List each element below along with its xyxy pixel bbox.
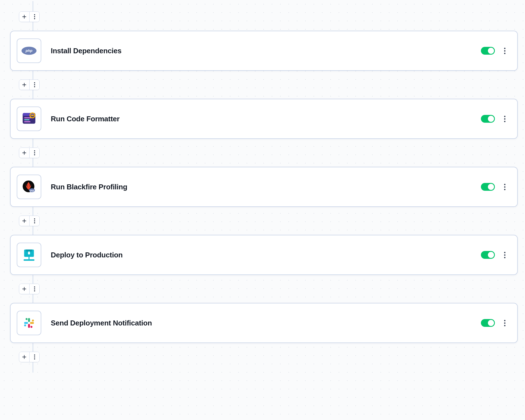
connector-menu-button[interactable] (29, 148, 39, 158)
toggle-knob (488, 252, 494, 258)
deploy-icon (21, 247, 37, 263)
step-menu-button[interactable] (502, 115, 508, 123)
svg-point-23 (34, 154, 35, 155)
step-card[interactable]: php Run Blackfire Profiling (10, 167, 518, 207)
step-card[interactable]: php Install Dependencies (10, 31, 518, 71)
svg-text:php: php (25, 49, 33, 53)
connector-menu-button[interactable] (29, 352, 39, 362)
connector (10, 3, 525, 31)
connector-controls (19, 284, 40, 294)
connector-controls (19, 11, 40, 22)
connector-menu-button[interactable] (29, 216, 39, 226)
step-actions (481, 251, 508, 259)
svg-point-54 (34, 358, 35, 359)
svg-point-40 (34, 288, 35, 289)
connector-menu-button[interactable] (29, 12, 39, 22)
step-menu-button[interactable] (502, 183, 508, 191)
add-step-button[interactable] (19, 80, 29, 90)
add-step-button[interactable] (19, 284, 29, 294)
more-vertical-icon (34, 218, 35, 223)
pipeline-canvas: php Install Dependencies (0, 3, 525, 371)
connector (10, 71, 525, 99)
plus-icon (22, 354, 27, 359)
step-actions (481, 319, 508, 327)
step-title: Send Deployment Notification (51, 319, 481, 327)
svg-point-4 (34, 18, 35, 19)
plus-icon (22, 150, 27, 155)
svg-point-31 (34, 222, 35, 223)
svg-point-2 (34, 14, 35, 15)
svg-point-10 (34, 84, 35, 85)
step-title: Install Dependencies (51, 47, 481, 55)
step-menu-button[interactable] (502, 319, 508, 327)
svg-rect-16 (24, 121, 31, 122)
step-menu-button[interactable] (502, 47, 508, 55)
step-card[interactable]: Deploy to Production (10, 235, 518, 275)
svg-rect-14 (24, 117, 32, 119)
enable-toggle[interactable] (481, 115, 495, 123)
connector-controls (19, 148, 40, 158)
svg-point-43 (26, 318, 28, 320)
plus-icon (22, 14, 27, 19)
connector (10, 207, 525, 235)
step-icon (17, 243, 41, 267)
add-step-button[interactable] (19, 352, 29, 362)
code-review-icon (21, 111, 37, 127)
step-title: Run Blackfire Profiling (51, 183, 481, 191)
plus-icon (22, 286, 27, 291)
add-step-button[interactable] (19, 12, 29, 22)
step-icon: php (17, 38, 41, 63)
toggle-knob (488, 48, 494, 54)
svg-point-11 (34, 86, 35, 87)
step-actions (481, 47, 508, 55)
step-menu-button[interactable] (502, 251, 508, 259)
step-icon (17, 107, 41, 131)
svg-point-49 (24, 324, 26, 326)
blackfire-icon: php (21, 179, 37, 195)
toggle-knob (488, 116, 494, 122)
svg-rect-15 (24, 119, 30, 120)
svg-point-30 (34, 220, 35, 221)
svg-rect-44 (30, 322, 34, 324)
svg-point-52 (34, 354, 35, 356)
add-step-button[interactable] (19, 216, 29, 226)
enable-toggle[interactable] (481, 319, 495, 327)
step-actions (481, 183, 508, 191)
more-vertical-icon (34, 14, 35, 19)
connector-controls (19, 352, 40, 362)
php-icon: php (21, 43, 37, 59)
toggle-knob (488, 184, 494, 190)
connector (10, 343, 525, 371)
svg-rect-18 (31, 115, 34, 116)
enable-toggle[interactable] (481, 47, 495, 55)
svg-point-47 (30, 326, 32, 328)
slack-icon (21, 315, 37, 331)
step-icon (17, 311, 41, 335)
plus-icon (22, 82, 27, 87)
more-vertical-icon (34, 286, 35, 291)
step-title: Deploy to Production (51, 251, 481, 259)
svg-rect-42 (28, 318, 30, 322)
svg-rect-36 (24, 259, 35, 261)
connector (10, 139, 525, 167)
connector-controls (19, 216, 40, 226)
step-card[interactable]: Send Deployment Notification (10, 303, 518, 343)
svg-point-41 (34, 290, 35, 291)
step-icon: php (17, 175, 41, 199)
more-vertical-icon (34, 354, 35, 359)
more-vertical-icon (34, 150, 35, 155)
svg-point-22 (34, 152, 35, 153)
svg-point-9 (34, 82, 35, 83)
svg-rect-34 (28, 251, 30, 252)
step-actions (481, 115, 508, 123)
connector-menu-button[interactable] (29, 80, 39, 90)
enable-toggle[interactable] (481, 183, 495, 191)
plus-icon (22, 218, 27, 223)
add-step-button[interactable] (19, 148, 29, 158)
svg-rect-33 (28, 252, 30, 255)
step-card[interactable]: Run Code Formatter (10, 99, 518, 139)
svg-point-53 (34, 356, 35, 358)
svg-point-21 (34, 150, 35, 151)
enable-toggle[interactable] (481, 251, 495, 259)
connector-menu-button[interactable] (29, 284, 39, 294)
